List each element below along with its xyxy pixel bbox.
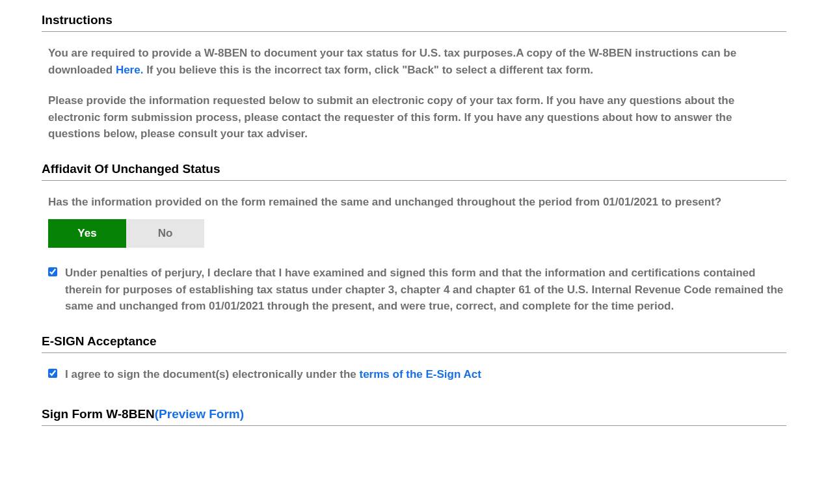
download-here-link[interactable]: Here. bbox=[116, 64, 144, 76]
esign-heading: E-SIGN Acceptance bbox=[42, 334, 786, 353]
affidavit-question: Has the information provided on the form… bbox=[48, 194, 786, 211]
esign-agree-before: I agree to sign the document(s) electron… bbox=[65, 368, 359, 380]
esign-checkbox[interactable] bbox=[48, 369, 57, 378]
yes-button[interactable]: Yes bbox=[48, 219, 126, 248]
instructions-para1-text-after: If you believe this is the incorrect tax… bbox=[143, 64, 593, 76]
esign-checkbox-row: I agree to sign the document(s) electron… bbox=[48, 366, 786, 383]
instructions-paragraph-1: You are required to provide a W-8BEN to … bbox=[48, 45, 786, 78]
instructions-heading: Instructions bbox=[42, 13, 786, 32]
esign-agree-text: I agree to sign the document(s) electron… bbox=[65, 366, 481, 383]
no-button[interactable]: No bbox=[126, 219, 204, 248]
perjury-text: Under penalties of perjury, I declare th… bbox=[65, 265, 786, 315]
affidavit-toggle: Yes No bbox=[48, 219, 786, 248]
esign-terms-link[interactable]: terms of the E-Sign Act bbox=[359, 368, 481, 380]
instructions-paragraph-2: Please provide the information requested… bbox=[48, 92, 786, 142]
affidavit-heading: Affidavit Of Unchanged Status bbox=[42, 162, 786, 181]
perjury-checkbox[interactable] bbox=[48, 267, 57, 276]
sign-form-heading: Sign Form W-8BEN(Preview Form) bbox=[42, 407, 786, 426]
preview-form-link[interactable]: (Preview Form) bbox=[155, 407, 244, 421]
perjury-checkbox-row: Under penalties of perjury, I declare th… bbox=[48, 265, 786, 315]
sign-form-heading-text: Sign Form W-8BEN bbox=[42, 407, 155, 421]
